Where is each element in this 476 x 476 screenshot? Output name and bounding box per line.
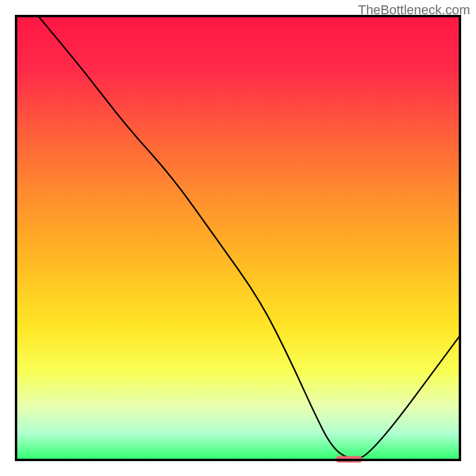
bottleneck-chart [0, 0, 476, 476]
chart-background [16, 16, 460, 460]
chart-container: TheBottleneck.com [0, 0, 476, 476]
watermark-text: TheBottleneck.com [358, 2, 470, 18]
